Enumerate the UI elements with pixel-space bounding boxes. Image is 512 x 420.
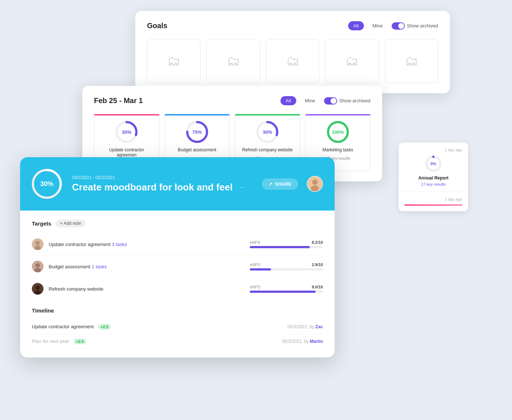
- mini-circle-label-1: 0%: [430, 162, 436, 166]
- side-card-circle-1: 0%: [404, 155, 462, 173]
- timeline-section-header: Timeline: [32, 307, 323, 314]
- pink-bar: [404, 204, 462, 206]
- side-card-bottom: 1 day ago: [399, 192, 468, 211]
- metric-label-2: eNPS: [250, 262, 260, 267]
- avatar-svg: [308, 176, 322, 192]
- annual-report-link[interactable]: 17 key results: [404, 182, 462, 186]
- circle-4: 100%: [326, 120, 350, 144]
- side-card-annual[interactable]: 1 day ago 0% Annual Report 17 key result…: [399, 143, 468, 192]
- mini-circle-1: 0%: [425, 155, 442, 173]
- show-archived-toggle[interactable]: Show archived: [392, 22, 438, 30]
- share-label: SHARE: [275, 181, 291, 187]
- goals-filter-all[interactable]: All: [348, 21, 364, 30]
- header-date: 04/2/2021 - 05/2/2021: [72, 175, 253, 180]
- weekly-panel-header: Feb 25 - Mar 1 All Mine Show archived: [94, 96, 370, 105]
- timeline-badge-1: +2.5: [98, 324, 111, 330]
- svg-point-13: [312, 179, 318, 185]
- svg-point-19: [35, 263, 40, 268]
- main-progress-circle: 30%: [30, 167, 63, 200]
- metric-label-3: eNPS: [250, 285, 260, 289]
- target-metric-1: eNPS 8.2/10: [250, 240, 323, 248]
- metric-bar-bg-3: [250, 291, 323, 293]
- card-bar-1: [94, 114, 159, 116]
- circle-3: 30%: [256, 120, 279, 144]
- goals-filter-group: All Mine Show archived: [348, 21, 438, 30]
- svg-point-14: [311, 186, 319, 192]
- add-note-button[interactable]: + Add note: [56, 219, 86, 227]
- folder-icon-5: 🗂: [405, 53, 418, 69]
- card-bar-4: [305, 114, 371, 116]
- timeline-name-1: Update contractor agreement +2.5: [32, 324, 282, 329]
- folder-card-5[interactable]: 🗂: [385, 39, 438, 83]
- timeline-by-2: Martin: [310, 339, 323, 344]
- goal-card-name-3: Refresh company website: [242, 147, 293, 152]
- side-panel: 1 day ago 0% Annual Report 17 key result…: [399, 143, 468, 211]
- share-button[interactable]: ↗ SHARE: [262, 178, 298, 190]
- header-text: 04/2/2021 - 05/2/2021 Create moodboard f…: [72, 175, 253, 193]
- weekly-filter-group: All Mine Show archived: [281, 96, 370, 105]
- side-card-time-2: 1 day ago: [404, 197, 462, 201]
- weekly-filter-all[interactable]: All: [281, 96, 296, 105]
- toggle-track[interactable]: [392, 22, 405, 30]
- goal-card-name-4: Marketing tasks: [323, 147, 353, 152]
- card-bar-3: [235, 114, 300, 116]
- target-row-2: Budget assessment 1 tasks eNPS 2.9/10: [32, 256, 323, 278]
- main-pct-label: 30%: [40, 180, 53, 188]
- targets-title: Targets: [32, 220, 51, 227]
- target-avatar-1: [32, 238, 44, 250]
- timeline-row-1: Update contractor agreement +2.5 05/3/20…: [32, 319, 323, 334]
- target-name-3: Refresh company website: [49, 286, 245, 292]
- circle-label-4: 100%: [332, 129, 344, 135]
- timeline-badge-2: +2.5: [74, 338, 87, 344]
- timeline-by-1: Zac: [315, 324, 323, 329]
- svg-point-22: [35, 285, 40, 290]
- svg-point-16: [35, 241, 40, 245]
- folder-card-3[interactable]: 🗂: [266, 39, 319, 83]
- goals-filter-mine[interactable]: Mine: [368, 21, 388, 30]
- target-name-2: Budget assessment 1 tasks: [49, 264, 245, 269]
- side-card-time-1: 1 day ago: [404, 148, 462, 152]
- metric-bar-bg-2: [250, 268, 323, 270]
- annual-report-title: Annual Report: [404, 175, 462, 181]
- metric-val-3: 9.0/10: [312, 285, 323, 289]
- timeline-date-2: 05/3/2021, by Martin: [282, 339, 323, 344]
- folder-icon-4: 🗂: [345, 53, 358, 69]
- timeline-row-2: Plan for next year +2.5 05/3/2021, by Ma…: [32, 334, 323, 349]
- target-metric-3: eNPS 9.0/10: [250, 285, 323, 293]
- target-metric-2: eNPS 2.9/10: [250, 262, 323, 270]
- metric-bar-fill-2: [250, 268, 271, 270]
- target-link-1[interactable]: 3 tasks: [112, 242, 127, 247]
- target-link-2[interactable]: 1 tasks: [92, 264, 107, 269]
- folder-card-4[interactable]: 🗂: [325, 39, 379, 83]
- more-options-icon[interactable]: ···: [239, 183, 245, 191]
- timeline-title: Timeline: [32, 307, 54, 314]
- goals-title: Goals: [147, 22, 167, 30]
- main-detail-panel: 30% 04/2/2021 - 05/2/2021 Create moodboa…: [20, 157, 335, 357]
- goals-panel-header: Goals All Mine Show archived: [147, 21, 438, 30]
- goal-card-name-1: Update contractor agreemen: [99, 147, 155, 158]
- weekly-toggle-track[interactable]: [324, 97, 337, 105]
- toggle-thumb: [398, 23, 404, 29]
- share-icon: ↗: [268, 181, 272, 187]
- avatar: [307, 176, 323, 192]
- metric-bar-bg-1: [250, 246, 323, 248]
- folder-row: 🗂 🗂 🗂 🗂 🗂: [147, 39, 438, 83]
- timeline-date-1: 05/3/2021, by Zac: [287, 324, 323, 329]
- folder-icon-2: 🗂: [227, 53, 240, 69]
- metric-val-1: 8.2/10: [312, 240, 323, 245]
- metric-bar-fill-1: [250, 246, 310, 248]
- weekly-show-archived-toggle[interactable]: Show archived: [324, 97, 370, 105]
- folder-icon-1: 🗂: [167, 53, 180, 69]
- circle-1: 30%: [115, 120, 138, 144]
- folder-card-1[interactable]: 🗂: [147, 39, 200, 83]
- targets-section-header: Targets + Add note: [32, 219, 323, 227]
- target-avatar-2: [32, 261, 44, 272]
- weekly-filter-mine[interactable]: Mine: [300, 96, 320, 105]
- timeline-name-2: Plan for next year +2.5: [32, 338, 277, 344]
- folder-card-2[interactable]: 🗂: [206, 39, 260, 83]
- weekly-toggle-thumb: [331, 98, 336, 104]
- circle-label-3: 30%: [263, 129, 272, 135]
- header-title: Create moodboard for look and feel: [72, 182, 233, 193]
- target-name-1: Update contractor agreement 3 tasks: [49, 242, 245, 247]
- timeline-section: Timeline Update contractor agreement +2.…: [32, 307, 323, 349]
